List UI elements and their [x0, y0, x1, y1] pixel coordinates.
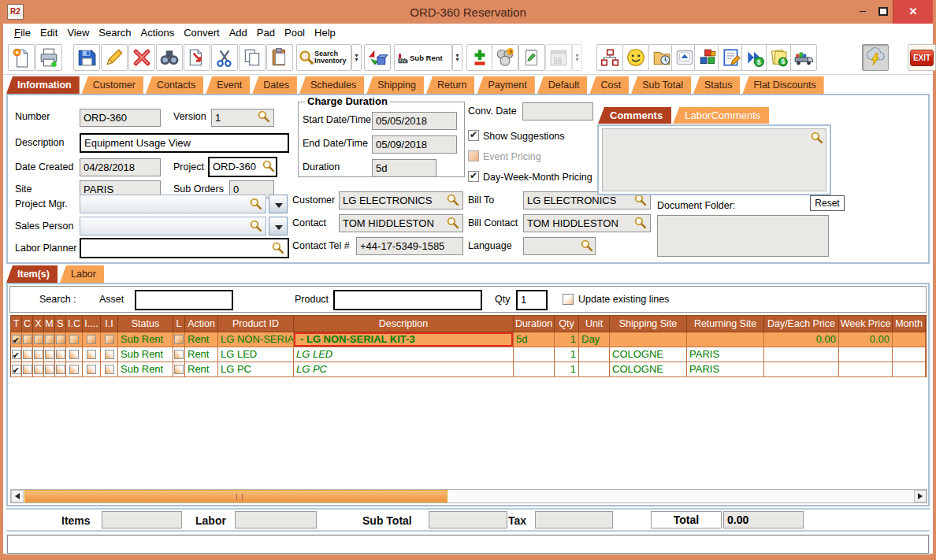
cell-returning-site[interactable]: PARIS [687, 362, 764, 377]
cell-description[interactable]: - LG NON-SERIAL KIT-3 [294, 332, 514, 347]
col-header-week-price[interactable]: Week Price [839, 316, 893, 332]
suggestions-button[interactable]: ? [492, 44, 518, 71]
row-checkbox-cell[interactable] [33, 362, 44, 377]
row-checkbox[interactable] [23, 365, 32, 374]
option-checkbox-show-suggestions[interactable] [468, 130, 479, 141]
table-row[interactable]: Sub RentRentLG LEDLG LED1COLOGNEPARIS [11, 347, 926, 362]
start-date-field[interactable]: 05/05/2018 [372, 112, 457, 130]
bill-contact-lookup-icon[interactable] [633, 216, 647, 229]
col-header-m[interactable]: M [44, 316, 55, 332]
calendar-dropdown[interactable]: ▼▼ [572, 44, 582, 71]
search-inventory-dropdown[interactable]: ▼▼ [351, 44, 362, 71]
tab-status[interactable]: Status [693, 76, 740, 94]
row-checkbox-cell[interactable] [44, 347, 55, 362]
reset-button[interactable]: Reset [810, 195, 845, 211]
maximize-button[interactable] [873, 0, 893, 24]
row-checkbox[interactable] [12, 335, 21, 344]
cell-qty[interactable]: 1 [555, 362, 579, 377]
row-checkbox-cell[interactable] [22, 347, 33, 362]
tab-schedules[interactable]: Schedules [299, 76, 364, 94]
scrollbar-thumb[interactable] [24, 490, 448, 503]
cell-shipping-site[interactable]: COLOGNE [610, 362, 687, 377]
option-checkbox-day-week-month-pricing[interactable] [468, 171, 479, 182]
row-checkbox-cell[interactable] [66, 332, 83, 347]
find-button[interactable] [156, 44, 183, 71]
cut-button[interactable] [211, 44, 238, 71]
row-checkbox[interactable] [174, 365, 184, 374]
cell-qty[interactable]: 1 [555, 332, 579, 347]
edit-note-button[interactable] [718, 44, 745, 71]
horizontal-scrollbar[interactable] [10, 489, 927, 503]
add-button[interactable] [466, 44, 493, 71]
cell-day-each-price[interactable]: 0.00 [764, 332, 839, 347]
col-header-s[interactable]: S [55, 316, 66, 332]
cell-returning-site[interactable]: PARIS [687, 347, 764, 362]
row-checkbox[interactable] [56, 365, 65, 374]
document-folder-box[interactable] [657, 215, 829, 257]
delete-button[interactable] [128, 44, 155, 71]
contact-tel-field[interactable]: +44-17-5349-1585 [356, 237, 463, 255]
row-checkbox-cell[interactable] [66, 362, 83, 377]
send-dollar-button[interactable]: $ [741, 44, 768, 71]
cell-duration[interactable] [514, 362, 555, 377]
col-header-day-each-price[interactable]: Day/Each Price [764, 316, 839, 332]
sub-rent-button[interactable]: Sub Rent [394, 44, 452, 71]
col-header-x[interactable]: X [33, 316, 44, 332]
tab-event[interactable]: Event [206, 76, 250, 94]
cell-unit[interactable]: Day [579, 332, 610, 347]
tab-default[interactable]: Default [537, 76, 588, 94]
cell-shipping-site[interactable] [610, 332, 687, 347]
conv-date-field[interactable] [522, 102, 593, 121]
menu-actions[interactable]: Actions [136, 25, 180, 40]
sales-person-lookup-icon[interactable] [249, 219, 262, 232]
menu-pad[interactable]: Pad [252, 25, 280, 40]
close-button[interactable]: ✕ [893, 0, 933, 24]
print-button[interactable] [35, 44, 62, 71]
tab-comments[interactable]: Comments [598, 107, 671, 124]
cell-day-each-price[interactable] [764, 347, 839, 362]
asset-input[interactable] [135, 290, 233, 310]
project-mgr-lookup-icon[interactable] [249, 197, 262, 210]
cell-description[interactable]: LG LED [294, 347, 514, 362]
cell-status[interactable]: Sub Rent [118, 362, 173, 377]
sub-rent-dropdown[interactable]: ▼▼ [452, 44, 462, 71]
col-header-action[interactable]: Action [185, 316, 218, 332]
comments-textarea[interactable] [602, 128, 826, 191]
tab-cost[interactable]: Cost [589, 76, 629, 94]
exit-button[interactable]: EXIT [908, 44, 936, 71]
number-field[interactable]: ORD-360 [80, 109, 161, 127]
scroll-right-arrow[interactable] [914, 490, 927, 503]
row-checkbox[interactable] [105, 350, 114, 359]
row-checkbox-cell[interactable] [55, 362, 66, 377]
project-lookup-icon[interactable] [262, 159, 275, 172]
row-checkbox-cell[interactable] [83, 332, 101, 347]
tab-flat-discounts[interactable]: Flat Discounts [742, 76, 823, 94]
cell-action[interactable]: Rent [185, 362, 218, 377]
col-header-product-id[interactable]: Product ID [218, 316, 294, 332]
new-document-button[interactable] [8, 44, 35, 71]
labor-planner-field[interactable] [80, 238, 289, 258]
row-checkbox[interactable] [56, 350, 65, 359]
tab-items[interactable]: Item(s) [6, 265, 58, 283]
bill-contact-field[interactable]: TOM HIDDLESTON [523, 214, 651, 232]
customer-field[interactable]: LG ELECTRONICS [339, 191, 463, 210]
edit-button[interactable] [101, 44, 128, 71]
row-checkbox-cell[interactable] [44, 332, 55, 347]
row-checkbox[interactable] [23, 335, 32, 344]
quick-actions-button[interactable] [862, 44, 889, 71]
row-checkbox-cell[interactable] [173, 362, 185, 377]
row-checkbox-cell[interactable] [173, 332, 185, 347]
cell-duration[interactable] [514, 347, 555, 362]
menu-view[interactable]: View [62, 25, 94, 40]
row-checkbox[interactable] [105, 335, 114, 344]
cell-week-price[interactable] [839, 347, 893, 362]
col-header-c[interactable]: C [22, 316, 33, 332]
col-header-l[interactable]: L [173, 316, 185, 332]
row-checkbox-cell[interactable] [173, 347, 185, 362]
cell-status[interactable]: Sub Rent [118, 332, 173, 347]
col-header-i-c[interactable]: I.C [66, 316, 83, 332]
search-inventory-button[interactable]: SearchInventory [296, 44, 351, 71]
row-checkbox[interactable] [45, 350, 54, 359]
smiley-button[interactable] [622, 44, 649, 71]
row-checkbox[interactable] [56, 335, 65, 344]
